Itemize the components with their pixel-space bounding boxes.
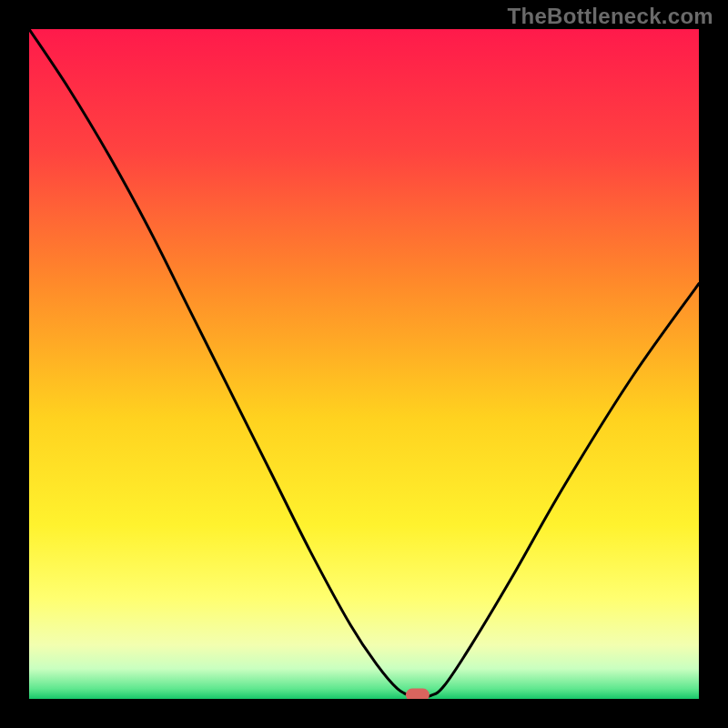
gradient-background <box>29 29 699 699</box>
watermark-text: TheBottleneck.com <box>508 4 713 29</box>
chart-frame: TheBottleneck.com <box>0 0 728 728</box>
optimal-marker <box>406 689 430 699</box>
chart-svg <box>29 29 699 699</box>
plot-area <box>29 29 699 699</box>
